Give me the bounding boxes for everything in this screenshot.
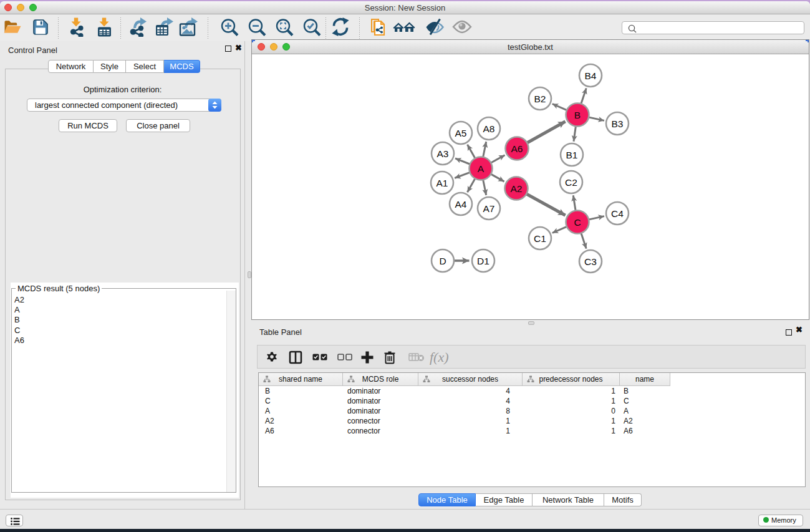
svg-text:C2: C2	[565, 177, 577, 188]
svg-text:A7: A7	[483, 203, 495, 214]
svg-text:B2: B2	[534, 94, 546, 104]
svg-text:A4: A4	[455, 199, 467, 210]
svg-text:B: B	[574, 110, 581, 120]
svg-text:C4: C4	[611, 208, 624, 219]
svg-text:C1: C1	[534, 233, 546, 244]
svg-text:A1: A1	[436, 178, 448, 188]
svg-text:D1: D1	[477, 256, 489, 266]
svg-text:B3: B3	[612, 118, 624, 129]
svg-text:B4: B4	[585, 70, 597, 81]
svg-text:D: D	[439, 256, 446, 266]
svg-text:C: C	[574, 217, 581, 228]
svg-text:B1: B1	[566, 150, 578, 160]
svg-text:A2: A2	[511, 183, 523, 194]
svg-text:A6: A6	[511, 143, 523, 154]
svg-text:A8: A8	[483, 123, 495, 134]
svg-text:A3: A3	[437, 148, 449, 159]
svg-text:C3: C3	[584, 256, 597, 267]
svg-text:A: A	[478, 163, 485, 174]
svg-text:A5: A5	[455, 128, 467, 138]
